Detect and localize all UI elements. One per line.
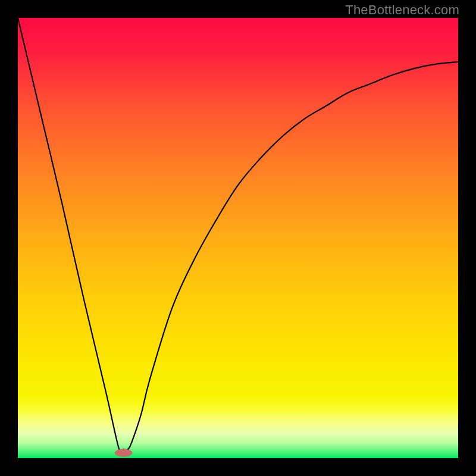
- gradient-background: [18, 18, 458, 458]
- chart-svg: [18, 18, 458, 458]
- optimum-marker: [115, 449, 133, 456]
- chart-frame: TheBottleneck.com: [0, 0, 476, 476]
- watermark-text: TheBottleneck.com: [345, 2, 459, 18]
- plot-area: [18, 18, 458, 458]
